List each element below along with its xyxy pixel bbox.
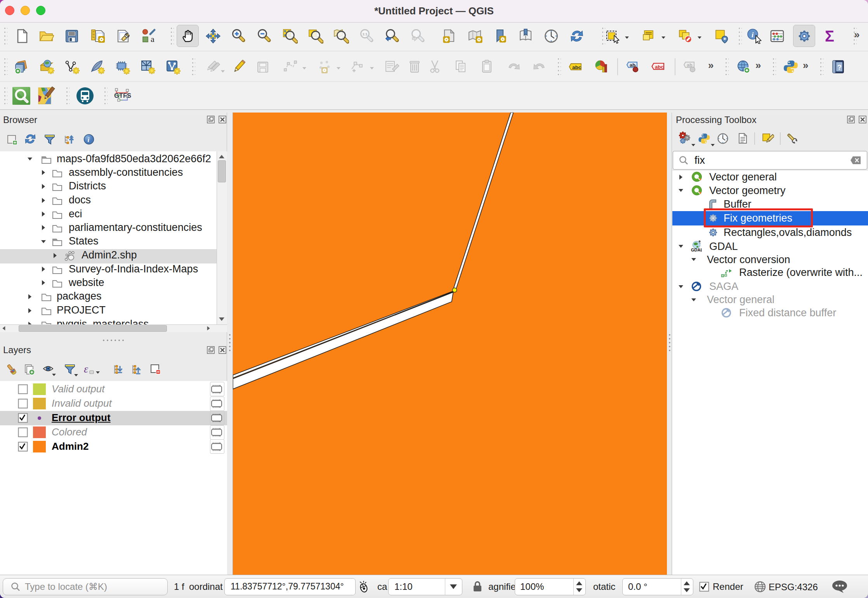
svg-text:?: ? [837,64,842,71]
svg-text:GDAL: GDAL [691,248,702,252]
svg-text:»: » [708,59,713,71]
svg-text:i: i [752,31,754,39]
svg-text:i: i [88,136,90,144]
svg-text:Σ: Σ [825,28,834,44]
svg-text:»: » [854,29,859,40]
svg-text:GTFS: GTFS [114,92,131,99]
svg-text:»: » [803,59,808,71]
svg-text:abc: abc [655,64,663,70]
svg-text:ε: ε [84,363,88,375]
svg-text:1:1: 1:1 [363,32,368,36]
svg-text:»: » [755,59,761,71]
svg-text:a: a [151,34,155,44]
svg-text:abc: abc [572,64,582,70]
